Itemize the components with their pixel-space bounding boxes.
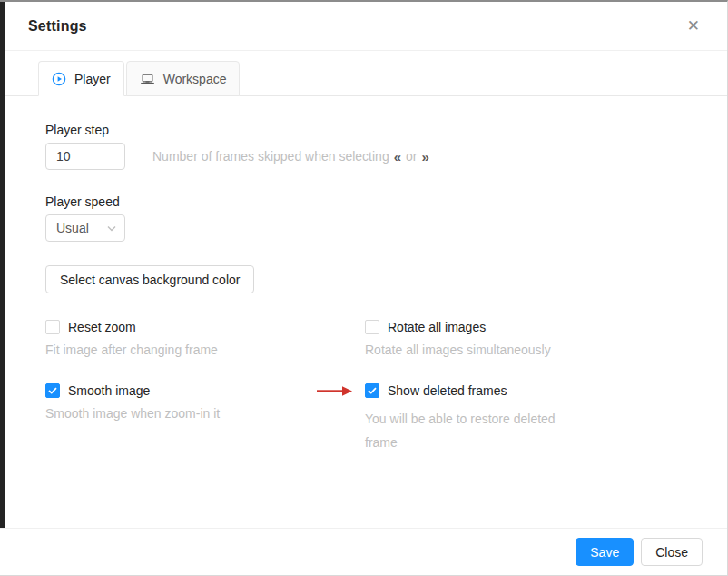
- checkmark-icon: [368, 387, 377, 394]
- tab-workspace-label: Workspace: [163, 72, 227, 86]
- double-chevron-right-icon: »: [421, 149, 428, 164]
- option-reset-zoom: Reset zoom Fit image after changing fram…: [45, 319, 365, 358]
- laptop-icon: [140, 72, 155, 86]
- rotate-all-label: Rotate all images: [388, 320, 486, 334]
- player-step-hint-text: Number of frames skipped when selecting: [152, 149, 389, 164]
- player-speed-group: Player speed Usual: [45, 194, 727, 242]
- player-step-hint: Number of frames skipped when selecting …: [152, 149, 429, 164]
- chevron-down-icon: [107, 225, 116, 232]
- close-icon[interactable]: ✕: [684, 15, 703, 37]
- smooth-image-label: Smooth image: [68, 383, 150, 398]
- reset-zoom-label: Reset zoom: [68, 320, 136, 334]
- options-grid: Reset zoom Fit image after changing fram…: [45, 319, 727, 479]
- double-chevron-left-icon: «: [394, 149, 401, 164]
- red-arrow-pointer-icon: [317, 385, 353, 397]
- window-edge: [0, 2, 5, 531]
- tab-player[interactable]: Player: [38, 61, 124, 96]
- rotate-all-checkbox[interactable]: [365, 320, 379, 334]
- play-circle-icon: [52, 72, 66, 86]
- close-button[interactable]: Close: [641, 538, 703, 566]
- player-speed-label: Player speed: [45, 194, 727, 209]
- dialog-header: Settings ✕: [0, 2, 727, 51]
- reset-zoom-hint: Fit image after changing frame: [45, 342, 365, 358]
- option-rotate-all: Rotate all images Rotate all images simu…: [365, 319, 727, 358]
- reset-zoom-checkbox[interactable]: [45, 320, 60, 334]
- player-speed-select[interactable]: Usual: [45, 214, 125, 242]
- settings-dialog: Settings ✕ Player Workspace: [0, 0, 728, 576]
- option-show-deleted-frames: Show deleted frames You will be able to …: [365, 382, 727, 454]
- show-deleted-frames-hint: You will be able to restore deleted fram…: [365, 407, 557, 454]
- dialog-footer: Save Close: [0, 528, 727, 575]
- settings-tabbar: Player Workspace: [0, 61, 727, 96]
- player-step-input[interactable]: [45, 143, 125, 170]
- checkmark-icon: [48, 387, 57, 394]
- smooth-image-checkbox[interactable]: [45, 383, 60, 398]
- smooth-image-hint: Smooth image when zoom-in it: [45, 405, 365, 422]
- page-title: Settings: [28, 18, 684, 35]
- show-deleted-frames-checkbox[interactable]: [365, 383, 379, 398]
- save-button[interactable]: Save: [576, 538, 634, 566]
- player-step-group: Player step Number of frames skipped whe…: [45, 123, 727, 170]
- tab-player-label: Player: [74, 72, 111, 86]
- select-canvas-background-color-button[interactable]: Select canvas background color: [45, 265, 254, 293]
- show-deleted-frames-label: Show deleted frames: [388, 383, 507, 398]
- player-speed-value: Usual: [56, 221, 89, 235]
- player-step-label: Player step: [45, 123, 727, 137]
- dialog-body: Player step Number of frames skipped whe…: [0, 96, 727, 479]
- player-step-hint-or: or: [406, 149, 417, 164]
- tab-workspace[interactable]: Workspace: [126, 61, 241, 96]
- rotate-all-hint: Rotate all images simultaneously: [365, 342, 727, 358]
